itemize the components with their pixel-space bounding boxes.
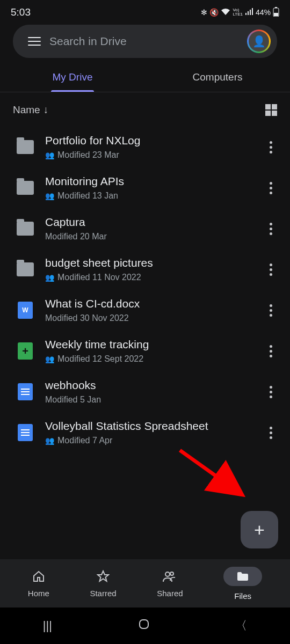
folder-icon	[17, 181, 34, 195]
battery-percent: 44%	[256, 8, 271, 17]
file-title: Captura	[45, 216, 250, 229]
view-toggle-button[interactable]	[265, 104, 277, 116]
file-row[interactable]: webhooksModified 5 Jan	[0, 371, 290, 412]
tab-my-drive[interactable]: My Drive	[0, 62, 145, 92]
docs-icon	[18, 424, 33, 441]
shared-icon: 👥	[45, 192, 54, 200]
more-options-button[interactable]	[261, 345, 280, 357]
more-options-button[interactable]	[261, 182, 280, 194]
search-input[interactable]: Search in Drive	[49, 35, 247, 48]
bluetooth-icon: ✻	[201, 8, 207, 17]
profile-avatar[interactable]: 👤	[247, 30, 271, 53]
file-title: Volleyball Statistics Spreadsheet	[45, 420, 250, 433]
fab-new-button[interactable]: +	[241, 511, 278, 548]
file-meta: 👥Modified 11 Nov 2022	[45, 273, 250, 282]
file-meta: Modified 30 Nov 2022	[45, 313, 250, 323]
tab-computers[interactable]: Computers	[145, 62, 290, 92]
file-row[interactable]: CapturaModified 20 Mar	[0, 208, 290, 249]
status-icons: ✻ 🔇 Vo)LTE1 44%	[201, 7, 279, 18]
file-title: What is CI-cd.docx	[45, 297, 250, 310]
recents-button[interactable]: |||	[43, 619, 52, 633]
shared-icon: 👥	[45, 355, 54, 363]
more-options-button[interactable]	[261, 427, 280, 439]
docs-icon	[18, 383, 33, 400]
plus-icon: +	[254, 519, 265, 540]
sheets-icon	[18, 342, 33, 360]
status-bar: 5:03 ✻ 🔇 Vo)LTE1 44%	[0, 0, 290, 20]
signal-icon	[245, 8, 253, 17]
nav-files[interactable]: Files	[223, 567, 262, 601]
more-options-button[interactable]	[261, 223, 280, 235]
system-nav: ||| 〈	[0, 608, 290, 644]
nav-starred[interactable]: Starred	[90, 569, 116, 598]
arrow-down-icon: ↓	[44, 104, 49, 116]
sort-button[interactable]: Name ↓	[13, 104, 48, 116]
wifi-icon	[221, 8, 230, 17]
file-row[interactable]: Volleyball Statistics Spreadsheet👥Modifi…	[0, 412, 290, 453]
svg-rect-6	[140, 620, 148, 628]
battery-icon	[273, 7, 279, 18]
folder-icon	[17, 222, 34, 236]
file-row[interactable]: Weekly time tracking👥Modified 12 Sept 20…	[0, 331, 290, 371]
home-button[interactable]	[138, 618, 150, 633]
file-meta: 👥Modified 13 Jan	[45, 191, 250, 201]
shared-icon: 👥	[45, 273, 54, 282]
word-icon: W	[18, 302, 33, 319]
folder-icon	[17, 262, 34, 276]
more-options-button[interactable]	[261, 386, 280, 398]
more-options-button[interactable]	[261, 264, 280, 276]
svg-rect-2	[275, 7, 277, 8]
file-row[interactable]: WWhat is CI-cd.docxModified 30 Nov 2022	[0, 290, 290, 331]
tabs-bar: My Drive Computers	[0, 62, 290, 92]
svg-point-5	[170, 572, 173, 575]
lte-label: Vo)LTE1	[233, 8, 243, 17]
more-options-button[interactable]	[261, 304, 280, 317]
svg-rect-1	[274, 13, 278, 16]
file-meta: 👥Modified 7 Apr	[45, 436, 250, 445]
file-row[interactable]: Monitoring APIs👥Modified 13 Jan	[0, 167, 290, 208]
file-title: budget sheet pictures	[45, 257, 250, 269]
back-button[interactable]: 〈	[235, 618, 247, 634]
file-meta: Modified 5 Jan	[45, 395, 250, 405]
shared-icon: 👥	[45, 151, 54, 159]
shared-icon: 👥	[45, 436, 54, 445]
menu-icon[interactable]	[28, 37, 41, 46]
nav-home[interactable]: Home	[28, 569, 49, 598]
status-time: 5:03	[11, 6, 31, 18]
svg-point-4	[165, 572, 170, 576]
home-icon	[32, 569, 46, 583]
star-icon	[96, 569, 110, 583]
mute-icon: 🔇	[209, 8, 219, 17]
more-options-button[interactable]	[261, 141, 280, 153]
folder-icon	[17, 140, 34, 154]
file-title: Portfolio for NXLog	[45, 134, 250, 147]
svg-line-3	[180, 450, 236, 491]
file-row[interactable]: budget sheet pictures👥Modified 11 Nov 20…	[0, 249, 290, 290]
file-meta: 👥Modified 12 Sept 2022	[45, 354, 250, 364]
file-meta: Modified 20 Mar	[45, 232, 250, 241]
folder-icon	[223, 567, 262, 586]
file-row[interactable]: Portfolio for NXLog👥Modified 23 Mar	[0, 127, 290, 167]
search-bar[interactable]: Search in Drive 👤	[13, 25, 277, 58]
bottom-nav: Home Starred Shared Files	[0, 559, 290, 608]
file-title: Weekly time tracking	[45, 338, 250, 351]
file-list: Portfolio for NXLog👥Modified 23 MarMonit…	[0, 123, 290, 456]
people-icon	[163, 569, 177, 583]
nav-shared[interactable]: Shared	[157, 569, 183, 598]
file-title: Monitoring APIs	[45, 175, 250, 188]
file-title: webhooks	[45, 379, 250, 392]
file-meta: 👥Modified 23 Mar	[45, 150, 250, 160]
